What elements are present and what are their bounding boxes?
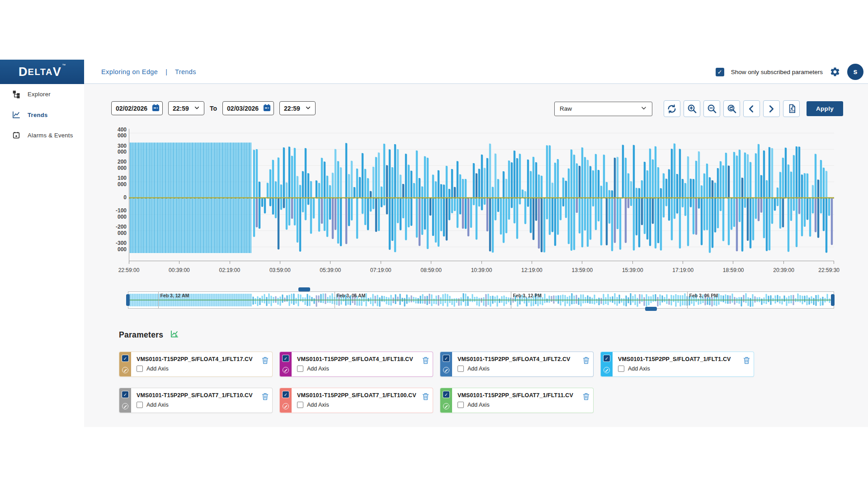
chevron-down-icon: [305, 105, 311, 112]
parameter-color-picker-icon[interactable]: [604, 367, 610, 373]
delete-parameter-button[interactable]: [422, 392, 429, 402]
add-axis-label: Add Axis: [628, 366, 650, 372]
add-axis-checkbox[interactable]: [618, 366, 624, 372]
add-axis-checkbox[interactable]: [458, 402, 464, 408]
delete-parameter-button[interactable]: [261, 392, 269, 402]
parameter-card-body: VMS0101-T15P2PP_S/FLOAT4_1/FLT18.CVAdd A…: [292, 352, 433, 376]
start-time-select[interactable]: 22:59: [168, 101, 204, 115]
parameter-visible-checkbox[interactable]: ✓: [283, 355, 289, 361]
subscribed-parameters-checkbox[interactable]: ✓: [716, 68, 724, 76]
parameter-color-picker-icon[interactable]: [122, 403, 128, 409]
nav-separator: |: [165, 68, 167, 75]
delete-parameter-button[interactable]: [261, 356, 269, 366]
add-axis-checkbox[interactable]: [297, 366, 303, 372]
parameter-color-picker-icon[interactable]: [283, 367, 289, 373]
y-axis-tick-label: 400 000: [108, 126, 127, 140]
minimap-section-label: Feb 3, 12 PM: [513, 293, 542, 298]
start-date-value: 02/02/2026: [116, 105, 147, 112]
to-label: To: [210, 105, 217, 112]
timeline-minimap[interactable]: Feb 3, 12 AMFeb 3, 06 AMFeb 3, 12 PMFeb …: [128, 291, 834, 309]
y-axis-tick-label: -300 000: [108, 240, 127, 253]
zoom-in-button[interactable]: [684, 100, 700, 117]
add-axis-checkbox[interactable]: [137, 366, 143, 372]
refresh-icon: [666, 103, 677, 114]
y-axis-tick-label: 200 000: [108, 159, 127, 172]
calendar-icon: [151, 103, 160, 113]
parameter-visible-checkbox[interactable]: ✓: [283, 391, 289, 398]
parameter-color-picker-icon[interactable]: [443, 367, 449, 373]
minimap-section-divider: [335, 292, 335, 308]
pan-right-button[interactable]: [763, 100, 780, 117]
parameter-name: VMS0101-T15P2PP_S/FLOAT7_1/FLT100.CV: [297, 392, 419, 399]
trend-chart-green-icon[interactable]: [170, 329, 179, 341]
trend-chart-canvas[interactable]: [129, 129, 834, 264]
sample-mode-value: Raw: [560, 105, 572, 112]
parameter-visible-checkbox[interactable]: ✓: [122, 355, 128, 361]
parameter-visible-checkbox[interactable]: ✓: [443, 355, 449, 361]
delete-parameter-button[interactable]: [422, 356, 429, 366]
sidebar-item-alarms-events[interactable]: Alarms & Events: [0, 125, 84, 145]
add-axis-checkbox[interactable]: [137, 402, 143, 408]
y-axis-tick-label: 100 000: [108, 175, 127, 188]
trash-icon: [261, 356, 269, 366]
x-axis-tick-label: 05:39:00: [320, 267, 341, 273]
parameter-visible-checkbox[interactable]: ✓: [443, 391, 449, 398]
parameter-color-picker-icon[interactable]: [283, 403, 289, 409]
parameter-name: VMS0101-T15P2PP_S/FLOAT4_1/FLT2.CV: [458, 356, 580, 362]
parameters-title: Parameters: [119, 330, 163, 340]
add-axis-checkbox[interactable]: [297, 402, 303, 408]
pan-left-button[interactable]: [743, 100, 760, 117]
pan-left-icon: [746, 104, 756, 114]
parameter-name: VMS0101-T15P2PP_S/FLOAT7_1/FLT11.CV: [458, 392, 580, 399]
parameter-color-stripe: ✓: [440, 388, 452, 413]
apply-button[interactable]: Apply: [807, 101, 843, 116]
sidebar-item-trends[interactable]: Trends: [0, 104, 84, 125]
range-bottom-handle[interactable]: [645, 307, 657, 311]
x-axis-tick-label: 15:39:00: [622, 267, 643, 273]
export-csv-icon: CSV: [786, 103, 797, 114]
chart-toolbar: Raw CSV Apply: [554, 100, 843, 117]
end-time-select[interactable]: 22:59: [279, 101, 316, 115]
delete-parameter-button[interactable]: [582, 356, 590, 366]
zoom-out-button[interactable]: [703, 100, 720, 117]
y-axis-tick-label: -200 000: [108, 224, 127, 237]
parameter-name: VMS0101-T15P2PP_S/FLOAT4_1/FLT18.CV: [297, 356, 419, 362]
delete-parameter-button[interactable]: [743, 356, 750, 366]
user-avatar[interactable]: s: [847, 64, 863, 80]
refresh-button[interactable]: [664, 100, 680, 117]
trash-icon: [582, 356, 590, 366]
parameter-color-stripe: ✓: [601, 352, 613, 376]
parameter-color-picker-icon[interactable]: [443, 403, 449, 409]
range-right-handle[interactable]: [831, 294, 835, 306]
add-axis-checkbox[interactable]: [458, 366, 464, 372]
y-axis-tick-label: 0: [108, 191, 127, 205]
sample-mode-select[interactable]: Raw: [554, 102, 652, 116]
zoom-reset-button[interactable]: [723, 100, 740, 117]
nav-trends[interactable]: Trends: [175, 68, 196, 75]
y-axis-tick-label: -100 000: [108, 207, 127, 221]
start-date-input[interactable]: 02/02/2026: [111, 101, 163, 115]
header-right-cluster: ✓ Show only subscribed parameters s: [716, 60, 863, 84]
zoom-in-icon: [687, 103, 697, 114]
range-top-handle[interactable]: [298, 287, 310, 291]
parameter-name: VMS0101-T15P2PP_S/FLOAT7_1/FLT1.CV: [618, 356, 740, 362]
parameter-visible-checkbox[interactable]: ✓: [122, 391, 128, 398]
sidebar-item-explorer[interactable]: Explorer: [0, 84, 84, 104]
add-axis-label: Add Axis: [307, 402, 329, 408]
settings-gear-icon[interactable]: [830, 66, 840, 77]
subscribed-parameters-label: Show only subscribed parameters: [731, 69, 823, 75]
end-date-input[interactable]: 02/03/2026: [222, 101, 274, 115]
add-axis-label: Add Axis: [146, 402, 169, 408]
parameter-name: VMS0101-T15P2PP_S/FLOAT4_1/FLT17.CV: [137, 356, 259, 362]
minimap-section-label: Feb 3, 12 AM: [160, 293, 189, 298]
parameter-color-picker-icon[interactable]: [122, 367, 128, 373]
parameter-visible-checkbox[interactable]: ✓: [604, 355, 610, 361]
parameter-color-stripe: ✓: [119, 388, 131, 413]
add-axis-label: Add Axis: [146, 366, 169, 372]
deltav-trends-page: DELTAV™ Exploring on Edge | Trends ✓ Sho…: [0, 0, 868, 488]
parameter-card: ✓VMS0101-T15P2PP_S/FLOAT7_1/FLT10.CVAdd …: [119, 388, 273, 413]
delete-parameter-button[interactable]: [582, 392, 590, 402]
range-left-handle[interactable]: [126, 294, 130, 306]
nav-exploring-on-edge[interactable]: Exploring on Edge: [101, 68, 158, 75]
export-csv-button[interactable]: CSV: [783, 100, 800, 117]
